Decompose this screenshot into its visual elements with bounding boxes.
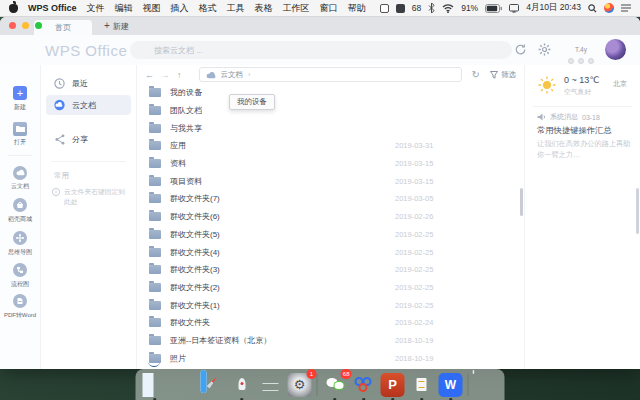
dock-trash[interactable] [474,373,498,397]
sidebar-item-cloud-docs[interactable]: 云文档 [0,162,40,191]
nav-item-share[interactable]: 分享 [46,129,131,149]
forward-button[interactable]: → [161,70,170,80]
list-scrollbar[interactable] [520,188,523,216]
file-row[interactable]: 群收文件夹(1) 2019-02-25 [137,296,524,314]
spotlight-search-icon[interactable] [588,4,597,13]
menu-item[interactable]: 编辑 [115,2,133,15]
apple-menu-icon[interactable] [9,4,18,13]
file-row[interactable]: 群收文件夹(7) 2019-03-05 [137,190,524,208]
dock-docer[interactable] [410,373,434,397]
minimize-window-button[interactable] [22,22,29,29]
dock-launchpad[interactable] [230,373,254,397]
menu-item[interactable]: 帮助 [348,2,366,15]
dock-wps-cloud-drive[interactable] [352,373,376,397]
file-row[interactable]: 团队文档 [137,102,524,120]
file-row[interactable]: 群收文件夹 2019-02-24 [137,314,524,332]
membership-chip[interactable]: T.4y [568,38,594,64]
file-row[interactable]: 我的设备 [137,84,524,102]
dock-siri[interactable] [172,373,196,397]
switcher-menu-icon[interactable] [621,4,631,12]
file-date: 2019-02-25 [395,301,433,310]
cloud-icon [13,166,27,180]
display-menu-icon[interactable] [509,4,519,13]
file-date: 2019-02-25 [395,230,433,239]
folder-icon [149,230,161,239]
menu-item[interactable]: 文件 [87,2,105,15]
dock-safari[interactable] [201,373,225,397]
file-date: 2019-03-15 [395,177,433,186]
dock-finder[interactable] [143,373,167,397]
dock-wechat[interactable]: 68 [323,373,347,397]
sync-status-icon[interactable] [514,43,528,57]
folder-icon [149,88,161,97]
sidebar-item-pdf-to-word[interactable]: PDF转Word [0,291,40,320]
menu-item[interactable]: 插入 [171,2,189,15]
menu-item[interactable]: 工作区 [283,2,310,15]
nav-divider [51,161,126,162]
funnel-icon [490,71,498,79]
zoom-window-button[interactable] [35,22,42,29]
file-row[interactable]: 照片 2018-10-19 [137,349,524,367]
search-input[interactable] [130,41,512,59]
sidebar-item-docer-mall[interactable]: 稻壳商城 [0,195,40,224]
file-row[interactable]: 群收文件夹(2) 2019-02-25 [137,279,524,297]
sidebar-item-open[interactable]: 打开 [0,118,40,147]
file-row[interactable]: 群收文件夹(6) 2019-02-26 [137,208,524,226]
share-icon [54,134,65,145]
file-row[interactable]: 群收文件夹(4) 2019-02-25 [137,243,524,261]
message-title[interactable]: 常用快捷键操作汇总 [537,125,612,136]
user-avatar[interactable] [605,39,626,60]
file-date: 2019-02-26 [395,212,433,221]
sidebar-item-mindmap[interactable]: 思维导图 [0,228,40,257]
refresh-button[interactable]: ↻ [472,69,480,80]
notes-menu-extra-icon[interactable] [380,4,389,13]
traffic-lights [9,22,42,29]
panel-scrollbar[interactable] [636,188,639,234]
colorful-app-menu-icon[interactable] [604,3,614,13]
dock-powerpoint[interactable]: P [381,373,405,397]
file-list: 我的设备 团队文档 与我共享 [137,84,524,369]
file-row[interactable]: 亚洲--日本签证资料（北京） 2018-10-19 [137,332,524,350]
powerpoint-icon: P [381,373,405,397]
file-row[interactable]: 项目资料 2019-03-15 [137,172,524,190]
file-row[interactable]: 应用 2019-03-31 [137,137,524,155]
menu-item[interactable]: 格式 [199,2,217,15]
folder-icon [149,212,161,221]
file-name: 应用 [170,140,186,151]
nav-item-cloud-docs[interactable]: 云文档 [46,95,131,115]
wifi-icon[interactable] [442,4,454,13]
back-button[interactable]: ← [145,70,154,80]
new-tab-button[interactable]: + 新建 [104,17,129,35]
menu-item[interactable]: 窗口 [320,2,338,15]
username: T.4y [575,46,587,53]
settings-gear-icon[interactable] [538,43,552,57]
breadcrumb[interactable]: 云文档 › [199,67,462,82]
file-row[interactable]: 资料 2019-03-15 [137,155,524,173]
menu-item[interactable]: 工具 [227,2,245,15]
row-more-button[interactable]: ⋮ [499,70,508,79]
window-header: WPS Office T.4y [0,35,640,66]
nav-item-recent[interactable]: 最近 [46,73,131,93]
weather-city[interactable]: 北京 [613,79,627,89]
bluetooth-icon[interactable] [428,3,435,13]
up-button[interactable]: ↑ [177,70,182,80]
file-name: 群收文件夹(4) [170,247,220,258]
dock-system-preferences[interactable]: ⚙1 [288,373,312,397]
file-row[interactable]: 群收文件夹(3) 2019-02-25 [137,261,524,279]
sidebar-item-new[interactable]: + 新建 [0,83,40,112]
dock-notes[interactable] [259,373,283,397]
app-menu-extra-icon[interactable] [396,4,405,13]
close-window-button[interactable] [9,22,16,29]
file-row[interactable]: 群收文件夹(5) 2019-02-25 [137,226,524,244]
menu-item[interactable]: 表格 [255,2,273,15]
tab-home[interactable]: 首页 [34,20,92,35]
file-name: 照片 [170,353,186,364]
sidebar-item-flowchart[interactable]: 流程图 [0,260,40,289]
menu-item[interactable]: 视图 [143,2,161,15]
menu-app-name[interactable]: WPS Office [28,3,77,13]
dock-wps-office[interactable]: W [439,373,463,397]
file-row[interactable]: 与我共享 [137,119,524,137]
menu-bar-datetime[interactable]: 4月10日 20:43 [526,2,581,14]
window-body: + 新建 打开 云文档 稻壳商城 思维导图 [0,65,640,369]
sidebar-divider [8,155,32,156]
